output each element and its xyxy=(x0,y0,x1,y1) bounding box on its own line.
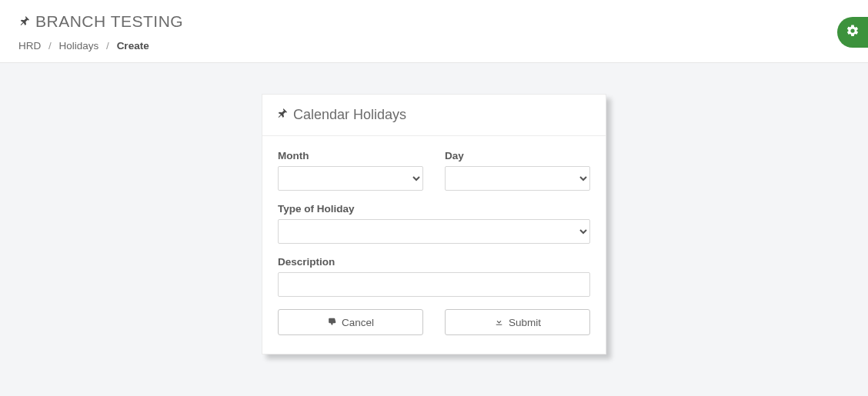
card-title: Calendar Holidays xyxy=(293,107,406,123)
breadcrumb-current: Create xyxy=(117,40,149,52)
form-card: Calendar Holidays Month Day Type of Holi… xyxy=(262,94,606,354)
description-input[interactable] xyxy=(278,272,590,297)
breadcrumb-separator: / xyxy=(106,40,109,52)
breadcrumb: HRD / Holidays / Create xyxy=(18,40,850,52)
breadcrumb-separator: / xyxy=(48,40,52,52)
type-select[interactable] xyxy=(278,219,590,244)
description-label: Description xyxy=(278,256,590,268)
pin-icon xyxy=(18,15,31,29)
content-area: Calendar Holidays Month Day Type of Holi… xyxy=(0,63,868,354)
page-title-text: BRANCH TESTING xyxy=(35,12,183,31)
submit-button-label: Submit xyxy=(509,317,541,328)
cancel-button-label: Cancel xyxy=(342,317,374,328)
breadcrumb-hrd[interactable]: HRD xyxy=(18,40,41,52)
month-label: Month xyxy=(278,150,423,161)
card-body: Month Day Type of Holiday Description xyxy=(262,136,606,354)
download-icon xyxy=(494,317,504,328)
page-header: BRANCH TESTING HRD / Holidays / Create xyxy=(0,0,868,63)
settings-tab[interactable] xyxy=(837,17,868,48)
gears-icon xyxy=(846,24,860,41)
cancel-button[interactable]: Cancel xyxy=(278,309,423,335)
card-header: Calendar Holidays xyxy=(262,95,606,136)
submit-button[interactable]: Submit xyxy=(445,309,590,335)
month-select[interactable] xyxy=(278,166,423,191)
thumbs-down-icon xyxy=(327,317,337,328)
type-label: Type of Holiday xyxy=(278,203,590,215)
day-select[interactable] xyxy=(445,166,590,191)
page-title: BRANCH TESTING xyxy=(18,12,850,31)
breadcrumb-holidays[interactable]: Holidays xyxy=(59,40,99,52)
day-label: Day xyxy=(445,150,590,161)
pin-icon xyxy=(276,107,289,123)
